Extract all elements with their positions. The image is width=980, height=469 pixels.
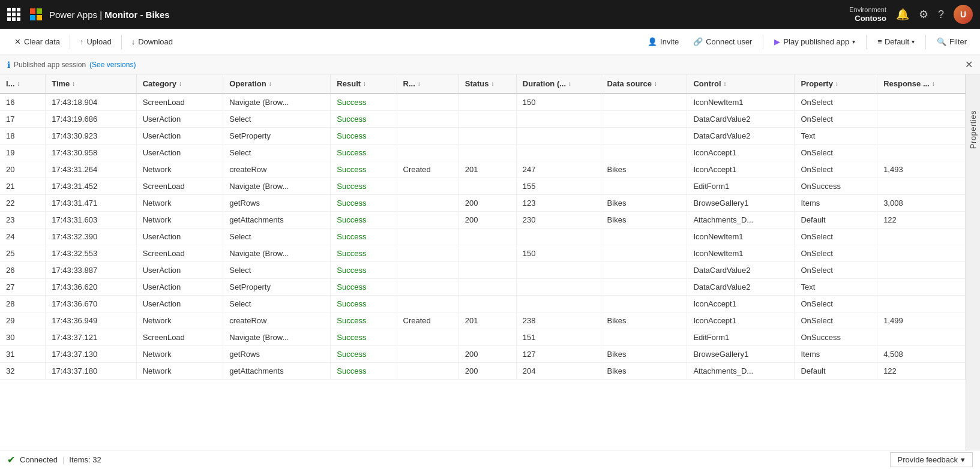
help-icon[interactable]: ? (938, 8, 944, 21)
table-row[interactable]: 2117:43:31.452ScreenLoadNavigate (Brow..… (0, 178, 966, 195)
cell-operation: Navigate (Brow... (223, 329, 331, 346)
table-row[interactable]: 2717:43:36.620UserActionSetPropertySucce… (0, 279, 966, 296)
th-property[interactable]: Property↕ (795, 74, 877, 94)
cell-r (397, 229, 458, 245)
table-row[interactable]: 1917:43:30.958UserActionSelectSuccessIco… (0, 145, 966, 161)
th-label-datasource: Data source (607, 79, 652, 88)
cell-status: 201 (458, 161, 516, 178)
waffle-icon[interactable] (7, 8, 20, 21)
clear-icon: ✕ (14, 37, 21, 46)
cell-category: UserAction (136, 111, 223, 128)
list-icon: ≡ (877, 37, 882, 46)
th-response[interactable]: Response ...↕ (877, 74, 966, 94)
th-category[interactable]: Category↕ (136, 74, 223, 94)
cell-result: Success (331, 312, 397, 329)
success-badge: Success (337, 115, 366, 124)
table-row[interactable]: 2017:43:31.264NetworkcreateRowSuccessCre… (0, 161, 966, 178)
cell-datasource (601, 279, 687, 296)
provide-feedback-button[interactable]: Provide feedback ▾ (890, 452, 973, 467)
cell-category: Network (136, 312, 223, 329)
default-button[interactable]: ≡ Default ▾ (871, 35, 921, 49)
th-operation[interactable]: Operation↕ (223, 74, 331, 94)
table-row[interactable]: 2817:43:36.670UserActionSelectSuccessIco… (0, 296, 966, 312)
cell-datasource (601, 145, 687, 161)
th-time[interactable]: Time↕ (46, 74, 136, 94)
download-button[interactable]: ↓ Download (124, 35, 180, 49)
table-row[interactable]: 1717:43:19.686UserActionSelectSuccessDat… (0, 111, 966, 128)
notification-icon[interactable]: 🔔 (896, 8, 909, 21)
table-row[interactable]: 2417:43:32.390UserActionSelectSuccessIco… (0, 229, 966, 245)
cell-duration (516, 128, 601, 145)
environment-block: Environment Contoso (849, 6, 886, 23)
table-row[interactable]: 3117:43:37.130NetworkgetRowsSuccess20012… (0, 346, 966, 363)
cell-result: Success (331, 363, 397, 380)
cell-control: Attachments_D... (687, 212, 795, 229)
th-result[interactable]: Result↕ (331, 74, 397, 94)
cell-r: Created (397, 161, 458, 178)
cell-status (458, 279, 516, 296)
properties-panel[interactable]: Properties (966, 74, 980, 450)
cell-status (458, 229, 516, 245)
table-row[interactable]: 1617:43:18.904ScreenLoadNavigate (Brow..… (0, 94, 966, 111)
cell-result: Success (331, 111, 397, 128)
cell-r (397, 245, 458, 262)
cell-datasource: Bikes (601, 312, 687, 329)
cell-response (877, 145, 966, 161)
cell-time: 17:43:33.887 (46, 262, 136, 279)
upload-button[interactable]: ↑ Upload (73, 35, 119, 49)
play-published-app-button[interactable]: ▶ Play published app ▾ (768, 35, 861, 49)
cell-time: 17:43:19.686 (46, 111, 136, 128)
chevron-down-icon: ▾ (852, 38, 855, 45)
feedback-label: Provide feedback (898, 455, 958, 464)
th-label-operation: Operation (229, 79, 266, 88)
table-row[interactable]: 2917:43:36.949NetworkcreateRowSuccessCre… (0, 312, 966, 329)
table-row[interactable]: 3017:43:37.121ScreenLoadNavigate (Brow..… (0, 329, 966, 346)
th-label-status: Status (465, 79, 489, 88)
table-row[interactable]: 2317:43:31.603NetworkgetAttachmentsSucce… (0, 212, 966, 229)
table-row[interactable]: 3217:43:37.180NetworkgetAttachmentsSucce… (0, 363, 966, 380)
cell-id: 28 (0, 296, 46, 312)
cell-id: 18 (0, 128, 46, 145)
cell-id: 23 (0, 212, 46, 229)
th-datasource[interactable]: Data source↕ (601, 74, 687, 94)
cell-duration (516, 145, 601, 161)
connect-user-button[interactable]: 🔗 Connect user (687, 35, 758, 49)
success-badge: Success (337, 199, 366, 208)
cell-time: 17:43:36.620 (46, 279, 136, 296)
table-header-row: I...↕Time↕Category↕Operation↕Result↕R...… (0, 74, 966, 94)
cell-category: Network (136, 346, 223, 363)
th-duration[interactable]: Duration (...↕ (516, 74, 601, 94)
th-id[interactable]: I...↕ (0, 74, 46, 94)
cell-result: Success (331, 178, 397, 195)
settings-icon[interactable]: ⚙ (919, 8, 928, 21)
cell-id: 21 (0, 178, 46, 195)
table-row[interactable]: 1817:43:30.923UserActionSetPropertySucce… (0, 128, 966, 145)
cell-time: 17:43:36.949 (46, 312, 136, 329)
data-table-container[interactable]: I...↕Time↕Category↕Operation↕Result↕R...… (0, 74, 966, 450)
cell-control: DataCardValue2 (687, 111, 795, 128)
table-row[interactable]: 2217:43:31.471NetworkgetRowsSuccess20012… (0, 195, 966, 212)
th-control[interactable]: Control↕ (687, 74, 795, 94)
th-r[interactable]: R...↕ (397, 74, 458, 94)
cell-datasource: Bikes (601, 212, 687, 229)
sort-icon-time: ↕ (72, 80, 75, 87)
user-avatar[interactable]: U (954, 5, 973, 24)
topbar: Power Apps | Monitor - Bikes Environment… (0, 0, 980, 29)
cell-r (397, 145, 458, 161)
cell-status: 200 (458, 363, 516, 380)
cell-status (458, 245, 516, 262)
session-close-button[interactable]: ✕ (965, 59, 973, 70)
clear-data-button[interactable]: ✕ Clear data (7, 35, 67, 49)
success-badge: Success (337, 98, 366, 107)
table-row[interactable]: 2517:43:32.553ScreenLoadNavigate (Brow..… (0, 245, 966, 262)
table-row[interactable]: 2617:43:33.887UserActionSelectSuccessDat… (0, 262, 966, 279)
session-bar: ℹ Published app session (See versions) ✕ (0, 55, 980, 74)
invite-button[interactable]: 👤 Invite (642, 35, 685, 49)
cell-id: 31 (0, 346, 46, 363)
th-label-duration: Duration (... (523, 79, 566, 88)
cell-operation: getRows (223, 346, 331, 363)
th-status[interactable]: Status↕ (458, 74, 516, 94)
cell-r (397, 111, 458, 128)
see-versions-link[interactable]: (See versions) (89, 61, 136, 69)
filter-button[interactable]: 🔍 Filter (931, 35, 973, 49)
